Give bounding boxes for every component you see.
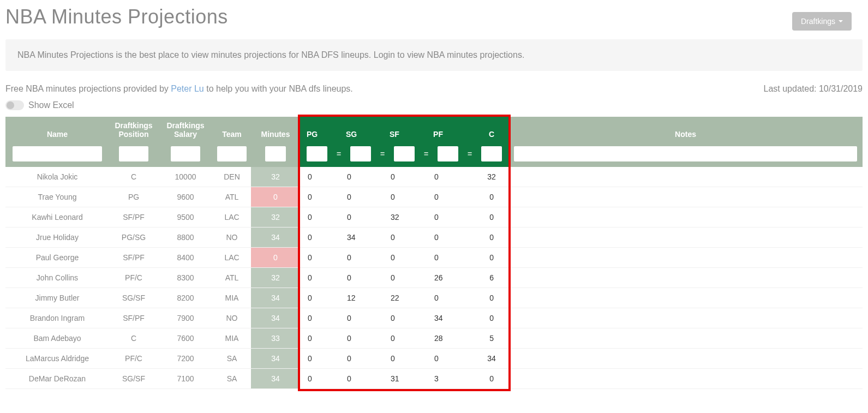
author-link[interactable]: Peter Lu — [171, 84, 203, 93]
cell-c: 0 — [475, 187, 508, 207]
cell-pg: 0 — [300, 288, 344, 308]
col-sf[interactable]: SF — [387, 117, 431, 143]
col-sg[interactable]: SG — [344, 117, 387, 143]
cell-pf: 0 — [431, 349, 475, 369]
chevron-down-icon — [839, 20, 843, 22]
cell-team: NO — [213, 228, 251, 248]
cell-salary: 7600 — [158, 328, 213, 349]
cell-minutes: 34 — [251, 349, 300, 369]
cell-team: SA — [213, 349, 251, 369]
cell-c: 5 — [475, 328, 508, 349]
cell-name: DeMar DeRozan — [5, 369, 109, 389]
cell-pf: 3 — [431, 369, 475, 389]
filter-dk-sal[interactable] — [171, 146, 200, 161]
cell-pg: 0 — [300, 308, 344, 328]
cell-team: SA — [213, 369, 251, 389]
cell-pf: 26 — [431, 268, 475, 288]
cell-pos: PG/SG — [109, 228, 158, 248]
cell-pf: 0 — [431, 167, 475, 187]
cell-c: 34 — [475, 349, 508, 369]
filter-dk-pos[interactable] — [119, 146, 148, 161]
cell-notes — [508, 268, 863, 288]
cell-pf: 28 — [431, 328, 475, 349]
filter-notes[interactable] — [514, 146, 857, 161]
cell-notes — [508, 308, 863, 328]
cell-team: LAC — [213, 207, 251, 228]
last-updated-label: Last updated: — [764, 84, 819, 93]
cell-sf: 0 — [387, 228, 431, 248]
show-excel-label: Show Excel — [28, 100, 74, 110]
toggle-knob — [7, 101, 14, 109]
filter-pg[interactable] — [307, 146, 327, 161]
col-c[interactable]: C — [475, 117, 508, 143]
filter-minutes[interactable] — [265, 146, 286, 161]
cell-team: MIA — [213, 288, 251, 308]
cell-pf: 0 — [431, 187, 475, 207]
cell-pf: 34 — [431, 308, 475, 328]
cell-sf: 0 — [387, 187, 431, 207]
cell-minutes: 32 — [251, 167, 300, 187]
cell-team: LAC — [213, 248, 251, 268]
filter-sg[interactable] — [350, 146, 371, 161]
table-row: Nikola JokicC10000DEN32000032 — [5, 167, 863, 187]
cell-name: Kawhi Leonard — [5, 207, 109, 228]
cell-sf: 0 — [387, 308, 431, 328]
col-minutes[interactable]: Minutes — [251, 117, 300, 143]
filter-c[interactable] — [481, 146, 502, 161]
filter-sf[interactable] — [394, 146, 415, 161]
cell-minutes: 32 — [251, 268, 300, 288]
cell-c: 0 — [475, 308, 508, 328]
cell-sf: 0 — [387, 167, 431, 187]
site-dropdown[interactable]: Draftkings — [792, 12, 852, 31]
cell-pos: SG/SF — [109, 369, 158, 389]
show-excel-toggle[interactable] — [5, 100, 24, 110]
cell-c: 0 — [475, 248, 508, 268]
filter-pf[interactable] — [438, 146, 458, 161]
col-dk-pos[interactable]: Draftkings Position — [109, 117, 158, 143]
cell-pg: 0 — [300, 369, 344, 389]
cell-pg: 0 — [300, 349, 344, 369]
cell-pos: C — [109, 167, 158, 187]
col-notes[interactable]: Notes — [508, 117, 863, 143]
cell-pg: 0 — [300, 328, 344, 349]
cell-sg: 34 — [344, 228, 387, 248]
cell-name: Jrue Holiday — [5, 228, 109, 248]
cell-sg: 0 — [344, 207, 387, 228]
cell-pf: 0 — [431, 228, 475, 248]
alert-box: NBA Minutes Projections is the best plac… — [5, 39, 863, 71]
cell-sg: 0 — [344, 187, 387, 207]
cell-sf: 22 — [387, 288, 431, 308]
cell-team: NO — [213, 308, 251, 328]
cell-minutes: 32 — [251, 207, 300, 228]
cell-name: LaMarcus Aldridge — [5, 349, 109, 369]
cell-sf: 32 — [387, 207, 431, 228]
cell-name: Trae Young — [5, 187, 109, 207]
cell-sg: 0 — [344, 328, 387, 349]
table-row: Bam AdebayoC7600MIA33000285 — [5, 328, 863, 349]
col-dk-sal[interactable]: Draftkings Salary — [158, 117, 213, 143]
cell-minutes: 0 — [251, 248, 300, 268]
cell-notes — [508, 167, 863, 187]
cell-pf: 0 — [431, 248, 475, 268]
cell-minutes: 33 — [251, 328, 300, 349]
cell-c: 6 — [475, 268, 508, 288]
cell-team: MIA — [213, 328, 251, 349]
col-name[interactable]: Name — [5, 117, 109, 143]
col-pf[interactable]: PF — [431, 117, 475, 143]
cell-salary: 9500 — [158, 207, 213, 228]
cell-minutes: 34 — [251, 288, 300, 308]
table-wrap: Name Draftkings Position Draftkings Sala… — [5, 117, 863, 389]
filter-name[interactable] — [13, 146, 102, 161]
cell-c: 0 — [475, 288, 508, 308]
cell-notes — [508, 369, 863, 389]
col-team[interactable]: Team — [213, 117, 251, 143]
filter-team[interactable] — [217, 146, 247, 161]
cell-c: 0 — [475, 207, 508, 228]
table-row: Jrue HolidayPG/SG8800NO34034000 — [5, 228, 863, 248]
table-row: Kawhi LeonardSF/PF9500LAC32003200 — [5, 207, 863, 228]
cell-notes — [508, 207, 863, 228]
col-pg[interactable]: PG — [300, 117, 344, 143]
cell-minutes: 34 — [251, 369, 300, 389]
cell-notes — [508, 187, 863, 207]
cell-pos: C — [109, 328, 158, 349]
